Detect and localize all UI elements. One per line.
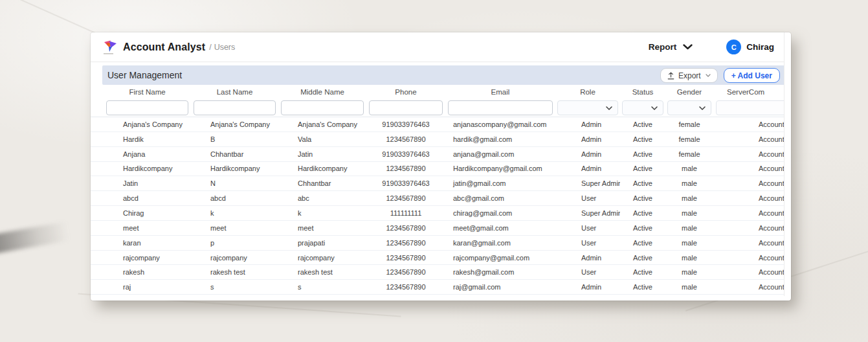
cell-middle-name: rajcompany bbox=[278, 251, 366, 265]
chevron-down-icon bbox=[683, 44, 693, 50]
cell-status: Active bbox=[620, 236, 665, 250]
table-row[interactable]: karanpprajapati1234567890karan@gmail.com… bbox=[91, 236, 785, 251]
cell-first-name: rajcompany bbox=[104, 251, 191, 265]
column-header-middle-name[interactable]: Middle Name bbox=[278, 85, 366, 99]
table-header-row: First NameLast NameMiddle NamePhoneEmail… bbox=[91, 85, 785, 99]
cell-middle-name: k bbox=[278, 206, 366, 220]
table-row[interactable]: abcdabcdabc1234567890abc@gmail.comUserAc… bbox=[91, 191, 785, 206]
cell-phone: 1234567890 bbox=[366, 251, 445, 265]
filter-input-middle-name[interactable] bbox=[281, 100, 364, 115]
cell-gender: male bbox=[665, 265, 713, 279]
cell-first-name: raj bbox=[104, 280, 191, 294]
app-window: Account Analyst /Users Report C Chirag U… bbox=[91, 32, 791, 301]
cell-servercom: Account bbox=[713, 191, 785, 205]
filter-input-first-name[interactable] bbox=[106, 100, 188, 115]
table-row[interactable]: HardikcompanyHardikcompanyHardikcompany1… bbox=[91, 162, 785, 177]
cell-servercom: Account bbox=[713, 147, 785, 161]
cell-servercom: Account bbox=[713, 236, 785, 250]
filter-cell bbox=[191, 99, 278, 117]
user-name: Chirag bbox=[746, 42, 774, 52]
cell-phone: 111111111 bbox=[366, 206, 445, 220]
cell-servercom: Account bbox=[713, 206, 785, 220]
cell-status: Active bbox=[620, 191, 665, 205]
cell-phone: 1234567890 bbox=[366, 221, 445, 235]
cell-last-name: s bbox=[191, 280, 278, 294]
cell-last-name: Chhantbar bbox=[191, 147, 278, 161]
table-row[interactable]: meetmeetmeet1234567890meet@gmail.comUser… bbox=[91, 221, 785, 236]
cell-email: rakesh@gmail.com bbox=[445, 265, 555, 279]
column-header-first-name[interactable]: First Name bbox=[104, 85, 191, 99]
cell-first-name: meet bbox=[104, 221, 191, 235]
table-row[interactable]: rakeshrakesh testrakesh test1234567890ra… bbox=[91, 265, 785, 280]
filter-select-gender[interactable] bbox=[667, 100, 711, 115]
export-button[interactable]: Export bbox=[660, 68, 718, 83]
filter-cell bbox=[366, 99, 445, 117]
column-header-last-name[interactable]: Last Name bbox=[191, 85, 278, 99]
cell-middle-name: meet bbox=[278, 221, 366, 235]
app-viewport: Account Analyst /Users Report C Chirag U… bbox=[91, 32, 785, 296]
cell-role: Super Admin bbox=[555, 206, 620, 220]
app-header: Account Analyst /Users Report C Chirag bbox=[91, 32, 785, 62]
add-user-button[interactable]: + Add User bbox=[724, 68, 780, 83]
export-upload-icon bbox=[667, 72, 674, 80]
export-label: Export bbox=[678, 71, 701, 80]
cell-phone: 919033976463 bbox=[366, 117, 445, 131]
cell-first-name: karan bbox=[104, 236, 191, 250]
table-row[interactable]: AnjanaChhantbarJatin919033976463anjana@g… bbox=[91, 147, 785, 162]
filter-input-phone[interactable] bbox=[369, 100, 443, 115]
cell-gender: female bbox=[665, 147, 713, 161]
column-header-email[interactable]: Email bbox=[445, 85, 555, 99]
table-row[interactable]: Chiragkk111111111chirag@gmail.comSuper A… bbox=[91, 206, 785, 221]
filter-cell bbox=[620, 99, 665, 117]
cell-last-name: rajcompany bbox=[191, 251, 278, 265]
user-table: First NameLast NameMiddle NamePhoneEmail… bbox=[91, 85, 785, 295]
cell-gender: male bbox=[665, 161, 713, 176]
chevron-down-icon bbox=[651, 106, 658, 110]
table-row[interactable]: JatinNChhantbar919033976463jatin@gmail.c… bbox=[91, 176, 785, 191]
cell-role: Admin bbox=[555, 147, 620, 161]
cell-middle-name: Jatin bbox=[278, 147, 366, 161]
user-menu[interactable]: C Chirag bbox=[726, 40, 774, 54]
cell-last-name: B bbox=[191, 132, 278, 146]
cell-servercom: Account bbox=[713, 176, 785, 190]
table-row[interactable]: rajss1234567890raj@gmail.comAdminActivem… bbox=[91, 280, 785, 295]
cell-servercom: Account bbox=[713, 132, 785, 146]
table-row[interactable]: HardikBVala1234567890hardik@gmail.comAdm… bbox=[91, 132, 785, 147]
cell-first-name: Anjana bbox=[104, 147, 191, 161]
cell-first-name: Chirag bbox=[104, 206, 191, 220]
report-dropdown[interactable]: Report bbox=[649, 42, 693, 52]
cell-middle-name: Chhantbar bbox=[278, 176, 366, 190]
filter-input-last-name[interactable] bbox=[194, 100, 276, 115]
column-header-gender[interactable]: Gender bbox=[665, 85, 713, 99]
filter-input-email[interactable] bbox=[448, 100, 553, 115]
cell-role: Admin bbox=[555, 280, 620, 294]
cell-last-name: abcd bbox=[191, 191, 278, 205]
column-header-role[interactable]: Role bbox=[555, 85, 620, 99]
filter-input-servercom[interactable] bbox=[716, 100, 785, 115]
cell-first-name: Jatin bbox=[104, 176, 191, 190]
filter-select-role[interactable] bbox=[557, 100, 618, 115]
cell-email: Hardikcompany@gmail.com bbox=[445, 161, 555, 176]
cell-middle-name: s bbox=[278, 280, 366, 294]
toolbar-buttons: Export + Add User bbox=[660, 68, 780, 83]
cell-phone: 919033976463 bbox=[366, 176, 445, 190]
cell-status: Active bbox=[620, 251, 665, 265]
table-row[interactable]: Anjana's CompanyAnjana's CompanyAnjana's… bbox=[91, 117, 785, 132]
cell-phone: 1234567890 bbox=[366, 280, 445, 294]
column-header-servercom[interactable]: ServerCom bbox=[713, 85, 785, 99]
table-row[interactable]: rajcompanyrajcompanyrajcompany1234567890… bbox=[91, 251, 785, 266]
cell-last-name: meet bbox=[191, 221, 278, 235]
cell-role: User bbox=[555, 265, 620, 279]
chevron-down-icon bbox=[606, 106, 612, 110]
cell-middle-name: rakesh test bbox=[278, 265, 366, 279]
cell-servercom: Account bbox=[713, 117, 785, 131]
cell-last-name: Hardikcompany bbox=[191, 161, 278, 176]
column-header-phone[interactable]: Phone bbox=[366, 85, 445, 99]
cell-servercom: Account bbox=[713, 161, 785, 176]
filter-select-status[interactable] bbox=[622, 100, 663, 115]
column-header-status[interactable]: Status bbox=[620, 85, 665, 99]
cell-email: meet@gmail.com bbox=[445, 221, 555, 235]
breadcrumb-separator: / bbox=[209, 43, 211, 52]
cell-middle-name: Vala bbox=[278, 132, 366, 146]
cell-role: User bbox=[555, 236, 620, 250]
